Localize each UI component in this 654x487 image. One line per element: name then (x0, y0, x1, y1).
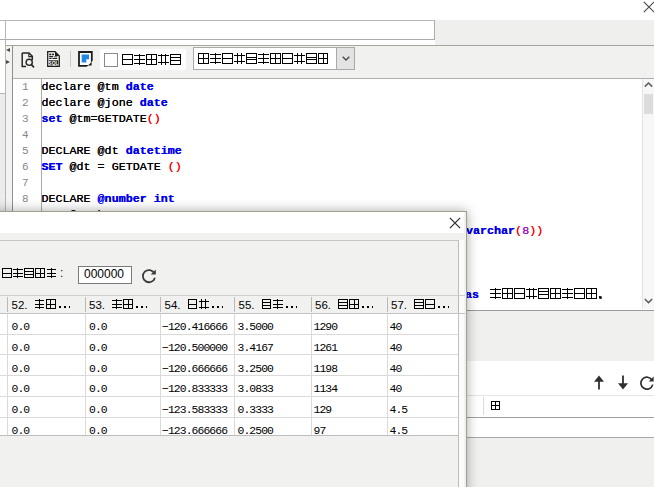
svg-text:SQL: SQL (48, 61, 58, 66)
